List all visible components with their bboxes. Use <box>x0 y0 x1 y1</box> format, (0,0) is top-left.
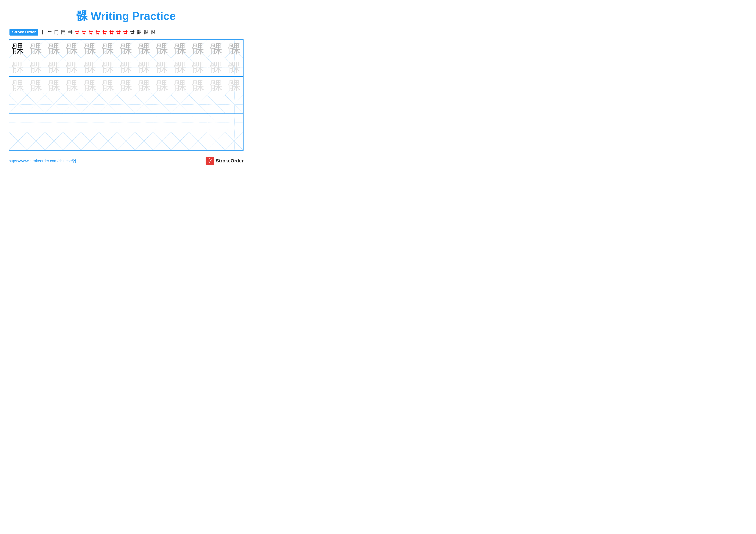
grid-cell-2-5[interactable]: 髁 <box>99 77 117 95</box>
cell-char-0-8: 髁 <box>156 43 168 55</box>
svg-line-89 <box>99 95 117 113</box>
grid-cell-2-11[interactable]: 髁 <box>207 77 226 95</box>
grid-cell-2-3[interactable]: 髁 <box>63 77 81 95</box>
grid-cell-5-2[interactable] <box>45 132 63 150</box>
grid-cell-0-4[interactable]: 髁 <box>81 40 99 58</box>
cell-char-2-11: 髁 <box>210 80 222 92</box>
grid-cell-2-12[interactable]: 髁 <box>225 77 243 95</box>
grid-cell-0-6[interactable]: 髁 <box>117 40 135 58</box>
cell-char-2-2: 髁 <box>48 80 60 92</box>
grid-cell-1-10[interactable]: 髁 <box>189 58 207 76</box>
grid-cell-2-2[interactable]: 髁 <box>45 77 63 95</box>
grid-cell-0-0[interactable]: 髁 <box>9 40 27 58</box>
grid-cell-3-3[interactable] <box>63 95 81 113</box>
grid-cell-1-1[interactable]: 髁 <box>27 58 45 76</box>
grid-cell-4-3[interactable] <box>63 114 81 132</box>
grid-cell-1-8[interactable]: 髁 <box>153 58 171 76</box>
svg-line-78 <box>9 95 27 113</box>
stroke-char-1: 𠂉 <box>46 30 53 35</box>
grid-cell-1-11[interactable]: 髁 <box>207 58 226 76</box>
grid-cell-5-0[interactable] <box>9 132 27 150</box>
grid-cell-4-1[interactable] <box>27 114 45 132</box>
grid-cell-2-6[interactable]: 髁 <box>117 77 135 95</box>
grid-cell-2-0[interactable]: 髁 <box>9 77 27 95</box>
grid-cell-4-12[interactable] <box>225 114 243 132</box>
grid-cell-0-1[interactable]: 髁 <box>27 40 45 58</box>
grid-cell-3-8[interactable] <box>153 95 171 113</box>
svg-line-146 <box>153 132 171 150</box>
grid-cell-3-5[interactable] <box>99 95 117 113</box>
grid-cell-5-10[interactable] <box>189 132 207 150</box>
grid-cell-4-5[interactable] <box>99 114 117 132</box>
grid-cell-0-8[interactable]: 髁 <box>153 40 171 58</box>
cell-char-2-12: 髁 <box>228 80 240 92</box>
grid-cell-0-3[interactable]: 髁 <box>63 40 81 58</box>
grid-cell-4-11[interactable] <box>207 114 226 132</box>
grid-cell-2-8[interactable]: 髁 <box>153 77 171 95</box>
grid-cell-2-4[interactable]: 髁 <box>81 77 99 95</box>
grid-cell-3-9[interactable] <box>171 95 189 113</box>
grid-cell-5-6[interactable] <box>117 132 135 150</box>
grid-cell-5-5[interactable] <box>99 132 117 150</box>
grid-cell-4-7[interactable] <box>135 114 153 132</box>
grid-cell-4-2[interactable] <box>45 114 63 132</box>
cell-char-0-7: 髁 <box>138 43 150 55</box>
grid-cell-3-7[interactable] <box>135 95 153 113</box>
grid-cell-1-12[interactable]: 髁 <box>225 58 243 76</box>
cell-char-0-2: 髁 <box>48 43 60 55</box>
svg-line-130 <box>9 132 27 150</box>
svg-line-113 <box>81 114 99 132</box>
grid-cell-0-7[interactable]: 髁 <box>135 40 153 58</box>
cell-char-0-0: 髁 <box>12 43 24 55</box>
grid-cell-3-1[interactable] <box>27 95 45 113</box>
footer-link[interactable]: https://www.strokeorder.com/chinese/髁 <box>9 158 77 164</box>
grid-cell-5-8[interactable] <box>153 132 171 150</box>
grid-cell-3-12[interactable] <box>225 95 243 113</box>
cell-char-2-1: 髁 <box>30 80 42 92</box>
grid-cell-3-4[interactable] <box>81 95 99 113</box>
grid-row-1: 髁髁髁髁髁髁髁髁髁髁髁髁髁 <box>9 58 243 77</box>
grid-cell-4-9[interactable] <box>171 114 189 132</box>
grid-cell-5-11[interactable] <box>207 132 226 150</box>
grid-cell-4-10[interactable] <box>189 114 207 132</box>
grid-cell-1-5[interactable]: 髁 <box>99 58 117 76</box>
grid-row-4 <box>9 114 243 132</box>
grid-cell-4-0[interactable] <box>9 114 27 132</box>
svg-line-103 <box>225 95 243 113</box>
stroke-char-16: 髁 <box>150 29 156 36</box>
grid-cell-0-10[interactable]: 髁 <box>189 40 207 58</box>
grid-cell-1-3[interactable]: 髁 <box>63 58 81 76</box>
grid-cell-3-2[interactable] <box>45 95 63 113</box>
grid-cell-5-7[interactable] <box>135 132 153 150</box>
grid-cell-0-11[interactable]: 髁 <box>207 40 226 58</box>
grid-cell-5-4[interactable] <box>81 132 99 150</box>
grid-cell-1-9[interactable]: 髁 <box>171 58 189 76</box>
grid-cell-4-4[interactable] <box>81 114 99 132</box>
grid-cell-0-2[interactable]: 髁 <box>45 40 63 58</box>
grid-cell-1-4[interactable]: 髁 <box>81 58 99 76</box>
grid-cell-1-2[interactable]: 髁 <box>45 58 63 76</box>
grid-cell-5-12[interactable] <box>225 132 243 150</box>
grid-cell-2-9[interactable]: 髁 <box>171 77 189 95</box>
svg-line-109 <box>45 114 63 132</box>
grid-cell-3-10[interactable] <box>189 95 207 113</box>
grid-cell-1-6[interactable]: 髁 <box>117 58 135 76</box>
grid-cell-5-9[interactable] <box>171 132 189 150</box>
grid-cell-5-3[interactable] <box>63 132 81 150</box>
grid-cell-3-11[interactable] <box>207 95 226 113</box>
grid-cell-0-5[interactable]: 髁 <box>99 40 117 58</box>
grid-cell-2-7[interactable]: 髁 <box>135 77 153 95</box>
grid-cell-1-0[interactable]: 髁 <box>9 58 27 76</box>
grid-cell-3-0[interactable] <box>9 95 27 113</box>
grid-cell-1-7[interactable]: 髁 <box>135 58 153 76</box>
svg-line-120 <box>153 114 171 132</box>
grid-cell-4-8[interactable] <box>153 114 171 132</box>
grid-cell-2-10[interactable]: 髁 <box>189 77 207 95</box>
grid-cell-3-6[interactable] <box>117 95 135 113</box>
svg-line-91 <box>117 95 135 113</box>
grid-cell-0-12[interactable]: 髁 <box>225 40 243 58</box>
grid-cell-5-1[interactable] <box>27 132 45 150</box>
grid-cell-0-9[interactable]: 髁 <box>171 40 189 58</box>
grid-cell-2-1[interactable]: 髁 <box>27 77 45 95</box>
grid-cell-4-6[interactable] <box>117 114 135 132</box>
